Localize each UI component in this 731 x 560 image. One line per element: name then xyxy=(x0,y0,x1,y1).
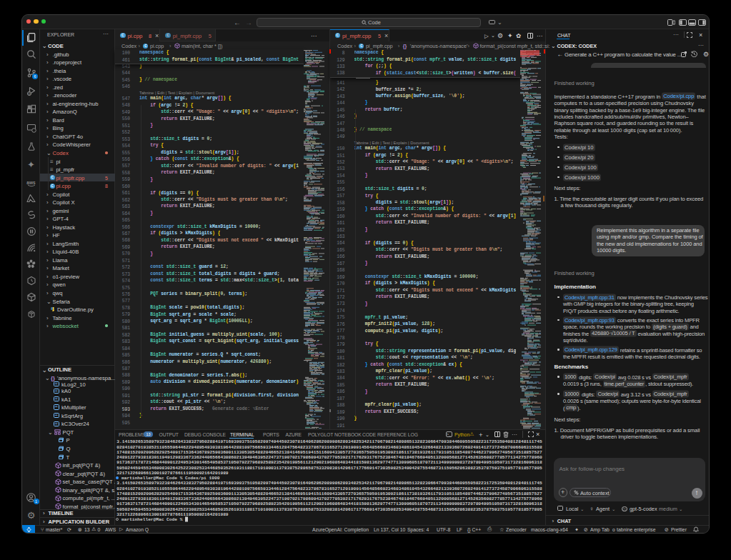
svg-text:⚙: ⚙ xyxy=(27,91,31,96)
